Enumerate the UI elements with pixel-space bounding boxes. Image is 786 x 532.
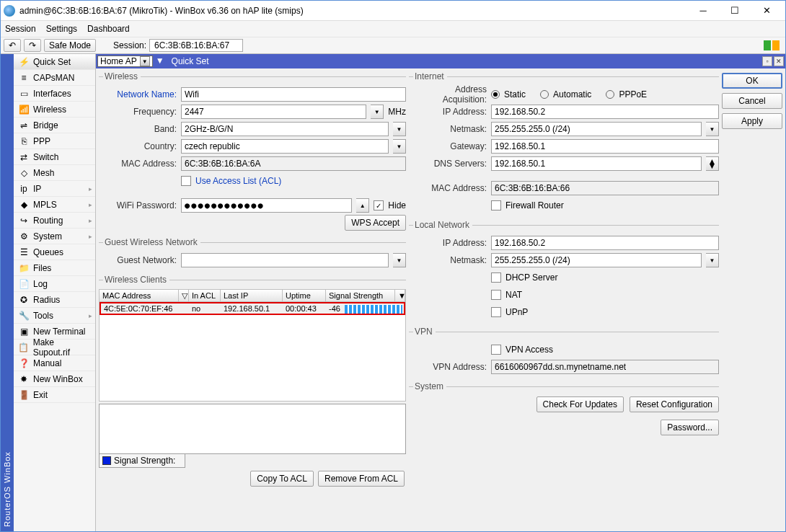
sidebar-item-mpls[interactable]: ◆MPLS▸	[14, 197, 95, 213]
internet-mac-label: MAC Address:	[409, 183, 487, 193]
firewall-checkbox[interactable]	[491, 200, 501, 210]
network-name-input[interactable]: Wifi	[181, 87, 406, 102]
sidebar-item-ip[interactable]: ipIP▸	[14, 181, 95, 197]
sidebar-item-capsman[interactable]: ≡CAPsMAN	[14, 70, 95, 86]
remove-from-acl-button[interactable]: Remove From ACL	[318, 471, 405, 487]
menu-settings[interactable]: Settings	[46, 24, 77, 34]
col-signal[interactable]: Signal Strength	[326, 290, 395, 301]
frequency-input[interactable]: 2447	[181, 105, 366, 119]
country-dd[interactable]: ▼	[393, 139, 406, 154]
sidebar-item-wireless[interactable]: 📶Wireless	[14, 102, 95, 118]
col-uptime[interactable]: Uptime	[283, 290, 326, 301]
reset-config-button[interactable]: Reset Configuration	[630, 396, 719, 412]
guest-network-select[interactable]	[181, 253, 389, 267]
sidebar-label: Routing	[33, 216, 63, 226]
acl-checkbox[interactable]	[181, 176, 191, 186]
col-mac[interactable]: MAC Address	[100, 290, 179, 301]
vpn-access-checkbox[interactable]	[491, 345, 501, 355]
cancel-button[interactable]: Cancel	[722, 93, 782, 109]
dns-updown[interactable]: ▲▼	[706, 156, 719, 171]
sidebar-item-files[interactable]: 📁Files	[14, 260, 95, 276]
internet-netmask-dd[interactable]: ▼	[706, 122, 719, 136]
acq-static-radio[interactable]	[491, 90, 500, 99]
guest-dd[interactable]: ▼	[393, 253, 406, 267]
mode-extra-button[interactable]: ▼	[156, 56, 164, 67]
safe-mode-button[interactable]: Safe Mode	[44, 39, 96, 52]
sidebar-item-mesh[interactable]: ◇Mesh	[14, 165, 95, 181]
internet-ip-label: IP Address:	[409, 107, 487, 117]
minimize-button[interactable]: ─	[687, 1, 719, 20]
col-lastip[interactable]: Last IP	[221, 290, 283, 301]
sidebar-item-routing[interactable]: ↪Routing▸	[14, 213, 95, 229]
dock-title: Quick Set	[167, 56, 759, 66]
sidebar-icon: ⎘	[18, 136, 30, 147]
ok-button[interactable]: OK	[722, 73, 782, 89]
country-select[interactable]: czech republic	[181, 139, 389, 154]
session-label: Session:	[113, 40, 146, 50]
sidebar-item-system[interactable]: ⚙System▸	[14, 229, 95, 244]
hide-label: Hide	[388, 200, 406, 210]
menu-session[interactable]: Session	[5, 24, 36, 34]
sidebar-item-log[interactable]: 📄Log	[14, 276, 95, 292]
col-more-icon[interactable]: ▼	[395, 290, 405, 301]
sidebar-icon: ❓	[18, 358, 30, 369]
wifi-pw-dd[interactable]: ▲	[356, 198, 369, 213]
menu-dashboard[interactable]: Dashboard	[87, 24, 130, 34]
redo-button[interactable]: ↷	[24, 39, 41, 52]
chevron-right-icon: ▸	[89, 233, 92, 240]
sidebar: ⚡Quick Set≡CAPsMAN▭Interfaces📶Wireless⇌B…	[14, 54, 96, 531]
sidebar-item-manual[interactable]: ❓Manual	[14, 355, 95, 371]
acq-pppoe-radio[interactable]	[606, 90, 614, 99]
frequency-dd[interactable]: ▼	[371, 105, 384, 119]
graph-legend: Signal Strength:	[99, 454, 185, 468]
internet-dns-input[interactable]: 192.168.50.1	[491, 156, 702, 171]
undo-button[interactable]: ↶	[4, 39, 21, 52]
wireless-fieldset: Wireless Network Name: Wifi Frequency: 2…	[99, 71, 406, 234]
dock-undock-button[interactable]: ▫	[762, 56, 772, 66]
internet-gateway-input[interactable]: 192.168.50.1	[491, 139, 719, 154]
nat-checkbox[interactable]	[491, 290, 501, 300]
sidebar-item-ppp[interactable]: ⎘PPP	[14, 133, 95, 149]
sidebar-item-radius[interactable]: ✪Radius	[14, 292, 95, 308]
wifi-password-input[interactable]: ●●●●●●●●●●●●	[181, 198, 352, 213]
sidebar-icon: ⇄	[18, 151, 30, 163]
sidebar-icon: ⇌	[18, 120, 30, 131]
sidebar-item-exit[interactable]: 🚪Exit	[14, 387, 95, 403]
local-ip-input[interactable]: 192.168.50.2	[491, 236, 719, 250]
internet-netmask-input[interactable]: 255.255.255.0 (/24)	[491, 122, 702, 136]
sidebar-icon: ▭	[18, 88, 30, 99]
upnp-checkbox[interactable]	[491, 307, 501, 317]
dhcp-checkbox[interactable]	[491, 272, 501, 283]
sidebar-item-interfaces[interactable]: ▭Interfaces	[14, 86, 95, 102]
mode-combo[interactable]: Home AP ▼	[97, 56, 153, 67]
apply-button[interactable]: Apply	[722, 113, 782, 129]
dock-close-button[interactable]: ✕	[774, 56, 784, 66]
maximize-button[interactable]: ☐	[719, 1, 751, 20]
band-select[interactable]: 2GHz-B/G/N	[181, 122, 389, 136]
local-netmask-dd[interactable]: ▼	[706, 253, 719, 267]
sidebar-item-queues[interactable]: ☰Queues	[14, 244, 95, 260]
check-updates-button[interactable]: Check For Updates	[536, 396, 624, 412]
band-dd[interactable]: ▼	[393, 122, 406, 136]
sidebar-icon: ⚡	[18, 56, 30, 68]
sidebar-item-quick-set[interactable]: ⚡Quick Set	[14, 54, 95, 70]
sidebar-item-make-supout-rif[interactable]: 📋Make Supout.rif	[14, 340, 95, 355]
client-row-highlighted[interactable]: 4C:5E:0C:70:EF:46 no 192.168.50.1 00:00:…	[100, 302, 405, 315]
local-netmask-input[interactable]: 255.255.255.0 (/24)	[491, 253, 702, 267]
sidebar-item-bridge[interactable]: ⇌Bridge	[14, 118, 95, 133]
sidebar-label: Bridge	[33, 120, 58, 130]
acq-auto-radio[interactable]	[540, 90, 549, 99]
hide-checkbox[interactable]: ✓	[374, 200, 384, 210]
clients-table-body[interactable]: 4C:5E:0C:70:EF:46 no 192.168.50.1 00:00:…	[99, 302, 406, 402]
internet-ip-input[interactable]: 192.168.50.2	[491, 105, 719, 119]
wps-accept-button[interactable]: WPS Accept	[345, 215, 406, 231]
sidebar-item-tools[interactable]: 🔧Tools▸	[14, 308, 95, 324]
acq-static-label: Static	[504, 89, 526, 99]
col-inacl[interactable]: In ACL	[189, 290, 221, 301]
copy-to-acl-button[interactable]: Copy To ACL	[250, 471, 314, 487]
col-sort-icon[interactable]: ▽	[179, 290, 189, 301]
sidebar-item-new-winbox[interactable]: ✸New WinBox	[14, 371, 95, 387]
close-button[interactable]: ✕	[751, 1, 782, 20]
password-button[interactable]: Password...	[661, 420, 719, 435]
sidebar-item-switch[interactable]: ⇄Switch	[14, 149, 95, 165]
